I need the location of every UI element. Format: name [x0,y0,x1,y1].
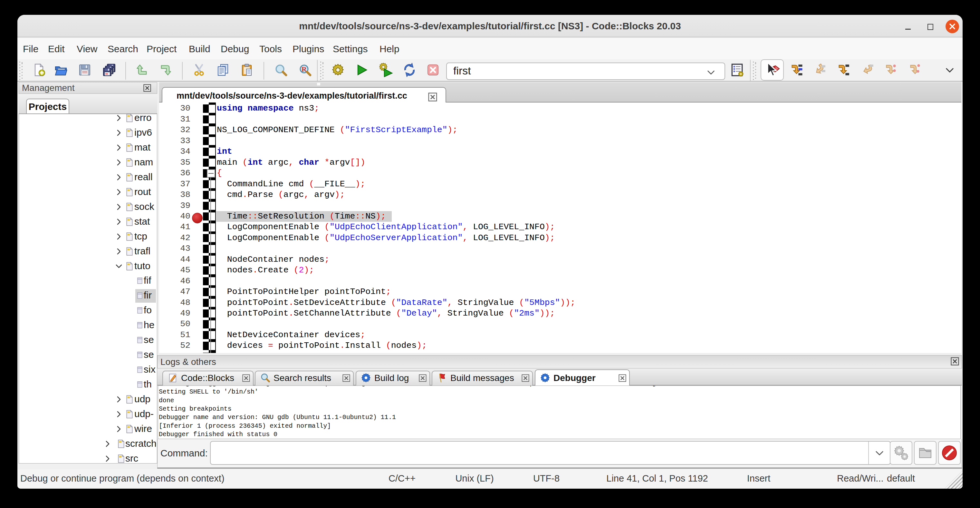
svg-text:R: R [302,65,307,73]
